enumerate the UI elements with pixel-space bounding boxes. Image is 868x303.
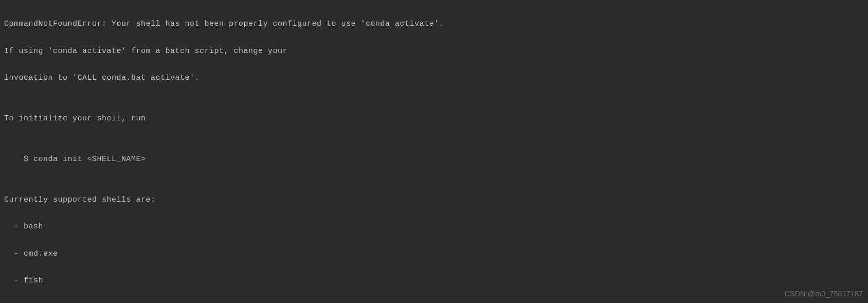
terminal-line: Currently supported shells are:	[4, 193, 864, 207]
terminal-line: invocation to 'CALL conda.bat activate'.	[4, 72, 864, 85]
watermark: CSDN @m0_75017187	[785, 288, 863, 300]
terminal-line: - bash	[4, 220, 864, 234]
terminal-line: To initialize your shell, run	[4, 112, 864, 126]
terminal-line: CommandNotFoundError: Your shell has not…	[4, 17, 864, 31]
terminal-output: CommandNotFoundError: Your shell has not…	[4, 4, 864, 303]
terminal-line: - cmd.exe	[4, 247, 864, 261]
terminal-line: - tcsh	[4, 301, 864, 304]
terminal-line: $ conda init <SHELL_NAME>	[4, 153, 864, 166]
terminal-line: If using 'conda activate' from a batch s…	[4, 45, 864, 58]
terminal-line: - fish	[4, 274, 864, 288]
